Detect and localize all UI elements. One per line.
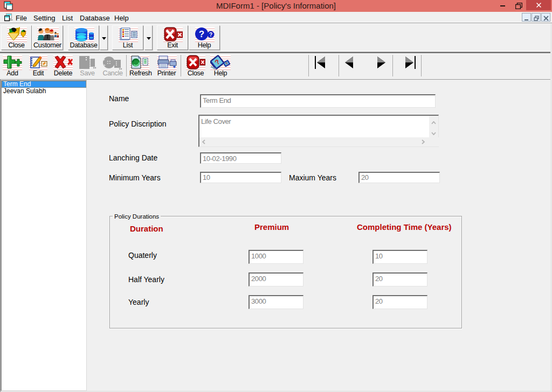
svg-text:?: ? bbox=[199, 29, 204, 39]
svg-text:?: ? bbox=[209, 32, 212, 38]
